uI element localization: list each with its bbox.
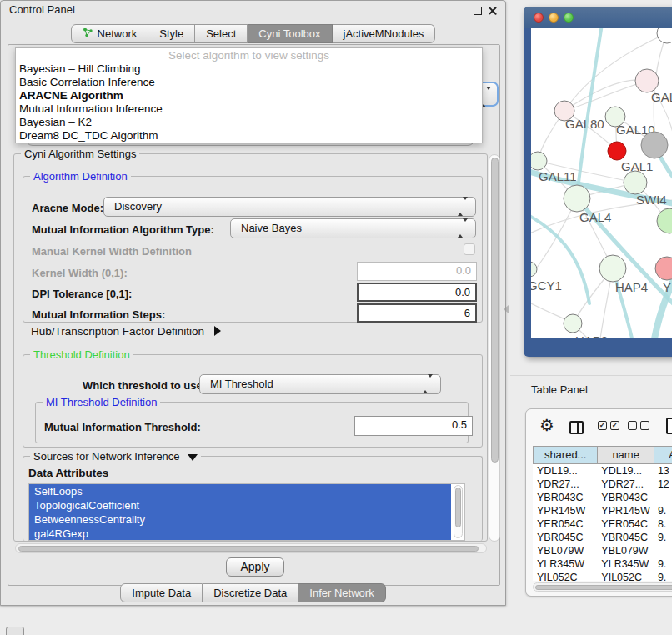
node-label-gal11: GAL11 [539,169,577,183]
node-table: shared...nameA YDL19...YDL19...13YDR27..… [533,446,672,581]
minimize-traffic-light[interactable] [549,12,559,22]
mi-type-combobox[interactable]: Naive Bayes [230,218,476,238]
which-threshold-combobox[interactable]: MI Threshold [199,374,441,394]
table-cell: YPR145W [533,504,598,518]
algorithm-definition-group: Algorithm Definition Aracne Mode: Discov… [23,176,483,322]
table-cell: YIL052C [533,571,598,581]
tab-cyni-toolbox[interactable]: Cyni Toolbox [248,24,332,43]
spinner-arrows-icon [458,219,468,238]
network-node[interactable] [657,28,672,43]
select-all-columns-icon[interactable]: ✓ ✓ [598,421,619,430]
tab-infer-network[interactable]: Infer Network [298,583,385,602]
table-cell: YBL079W [533,544,598,558]
dropdown-item-bayesian-hill-climbing[interactable]: Bayesian – Hill Climbing [16,62,482,76]
table-cell [654,544,672,558]
aracne-mode-combobox[interactable]: Discovery [103,197,476,217]
gear-icon[interactable]: ⚙ [539,416,554,434]
dropdown-item-dream8-dc-tdc-algorithm[interactable]: Dream8 DC_TDC Algorithm [16,129,482,142]
mi-threshold-field[interactable]: 0.5 [354,416,473,436]
hub-definition-toggle[interactable]: Hub/Transcription Factor Definition [31,325,221,338]
table-row[interactable]: YBR043CYBR043C [533,491,672,504]
control-panel-titlebar: Control Panel [1,1,505,21]
which-threshold-label: Which threshold to use: [83,379,206,392]
table-row[interactable]: YER054CYER054C8. [533,518,672,531]
list-item-gal4rgexp[interactable]: gal4RGexp [29,527,451,541]
tab-jactivemnodules[interactable]: jActiveMNodules [333,24,436,43]
unchecked-box-icon [640,421,649,430]
network-canvas[interactable]: GALGAL80GAL10GAL1GAL11SWI4GAL4GCY1HAP4YH… [531,28,672,338]
float-window-icon[interactable] [474,7,482,15]
network-node-gcy1[interactable] [531,262,537,277]
tab-network[interactable]: Network [71,24,149,43]
dropdown-item-mutual-information-inference[interactable]: Mutual Information Inference [16,102,482,116]
list-item-selfloops[interactable]: SelfLoops [29,484,451,498]
document-icon[interactable] [666,418,672,434]
attributes-scrollbar-thumb[interactable] [455,488,461,528]
dropdown-item-basic-correlation-inference[interactable]: Basic Correlation Inference [16,76,482,89]
kernel-width-field[interactable]: 0.0 [357,262,477,281]
table-row[interactable]: YBR045CYBR045C9. [533,531,672,544]
network-node-gal[interactable] [635,69,659,92]
zoom-traffic-light[interactable] [564,12,574,22]
dropdown-item-bayesian-k2[interactable]: Bayesian – K2 [16,116,482,129]
attributes-scrollbar[interactable] [454,485,463,538]
aracne-mode-label: Aracne Mode: [32,202,103,214]
tab-style[interactable]: Style [148,24,195,43]
data-attributes-list[interactable]: SelfLoopsTopologicalCoefficientBetweenne… [28,483,465,541]
network-node[interactable] [608,142,626,160]
network-node-gal1[interactable] [624,171,647,194]
network-view-window: GALGAL80GAL10GAL1GAL11SWI4GAL4GCY1HAP4YH… [524,7,672,357]
checked-box-icon: ✓ [598,421,607,430]
network-node-y[interactable] [655,257,672,280]
tab-label: Network [98,25,138,43]
dock-chip[interactable] [6,627,24,635]
network-node[interactable] [657,208,672,233]
list-item-betweennesscentrality[interactable]: BetweennessCentrality [29,512,451,527]
split-panel-icon[interactable] [569,421,584,434]
collapsed-arrow-icon [214,326,221,336]
table-cell: YBL079W [598,544,654,558]
mi-steps-field[interactable]: 6 [357,303,477,322]
table-row[interactable]: YPR145WYPR145W9. [533,504,672,518]
column-header-shared[interactable]: shared... [533,446,598,464]
network-node-hap2[interactable] [564,314,582,332]
apply-button[interactable]: Apply [226,558,284,577]
dropdown-item-aracne-algorithm[interactable]: ARACNE Algorithm [16,89,482,102]
table-row[interactable]: YBL079WYBL079W [533,544,672,558]
splitter-handle[interactable] [504,305,509,313]
settings-hscrollbar-thumb[interactable] [18,546,479,552]
settings-vertical-scrollbar[interactable] [489,154,500,542]
tab-label: jActiveMNodules [344,25,424,43]
tab-label: Infer Network [309,584,374,602]
settings-scrollbar-thumb[interactable] [491,158,499,462]
table-row[interactable]: YDR27...YDR27...12 [533,478,672,491]
close-icon[interactable] [488,6,498,16]
tab-select[interactable]: Select [195,24,248,43]
tab-impute-data[interactable]: Impute Data [120,583,203,602]
network-node-gal4[interactable] [564,185,590,212]
tab-label: Select [206,25,236,43]
network-node[interactable] [641,132,668,158]
column-header-name[interactable]: name [598,446,654,464]
sources-legend[interactable]: Sources for Network Inference [30,450,201,462]
manual-kernel-checkbox[interactable] [464,243,475,255]
network-node-hap4[interactable] [599,255,626,282]
table-row[interactable]: YLR345WYLR345W9. [533,558,672,571]
table-row[interactable]: YDL19...YDL19...13 [533,464,672,478]
list-item-topologicalcoefficient[interactable]: TopologicalCoefficient [29,498,451,512]
close-traffic-light[interactable] [534,12,544,22]
table-row[interactable]: YIL052CYIL052C9. [533,571,672,581]
node-label-gal: GAL [651,90,672,104]
table-cell: YDL19... [598,464,654,478]
table-horizontal-scrollbar[interactable] [533,582,672,592]
tab-discretize-data[interactable]: Discretize Data [203,583,298,602]
table-hscrollbar-thumb[interactable] [535,585,672,590]
dpi-tolerance-field[interactable]: 0.0 [357,282,477,302]
network-node-gal11[interactable] [531,152,547,170]
settings-horizontal-scrollbar[interactable] [15,543,487,553]
table-panel-divider [510,375,672,376]
mi-threshold-legend: MI Threshold Definition [43,396,160,408]
node-label-swi4: SWI4 [636,192,667,207]
column-header-a[interactable]: A [654,446,672,464]
deselect-all-columns-icon[interactable] [628,421,649,430]
